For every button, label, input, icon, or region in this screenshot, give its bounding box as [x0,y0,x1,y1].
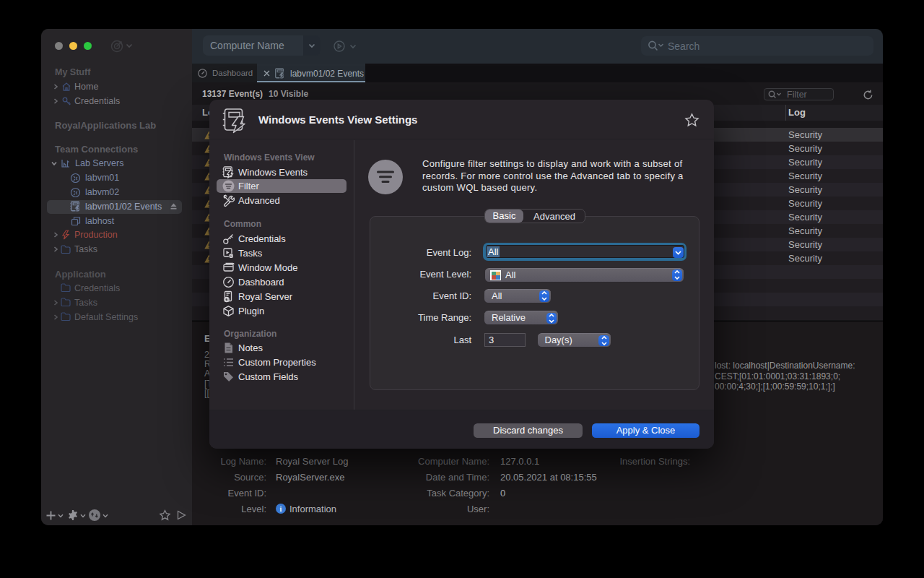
svg-text:i: i [280,505,282,513]
